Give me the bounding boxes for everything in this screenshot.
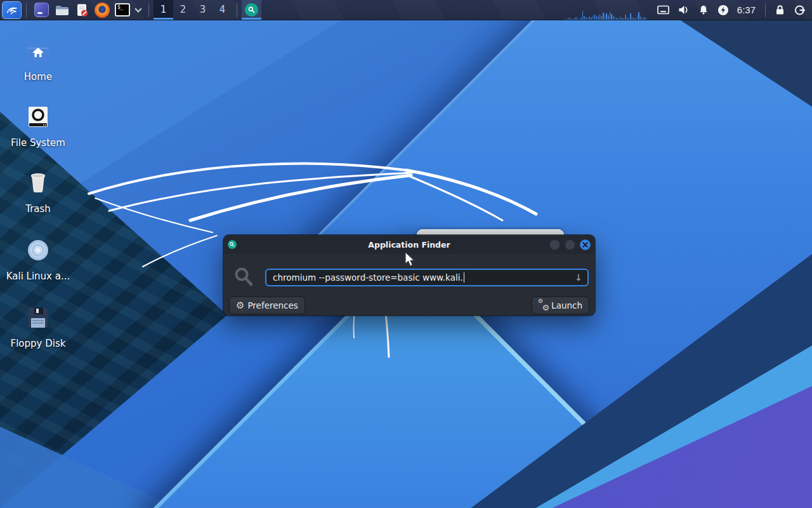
workspace-2-button[interactable]: 2 xyxy=(173,0,193,20)
workspace-4-button[interactable]: 4 xyxy=(213,0,232,20)
application-finder-window: Application Finder chromium --password-s… xyxy=(223,235,595,316)
desktop-icon-home[interactable]: Home xyxy=(5,36,71,83)
command-input-value: chromium --password-store=basic www.kali… xyxy=(273,272,463,283)
window-title: Application Finder xyxy=(223,240,595,250)
panel-separator xyxy=(765,3,766,17)
desktop-icon-label: File System xyxy=(11,137,65,149)
document-edit-icon xyxy=(74,3,89,18)
workspace-1-button[interactable]: 1 xyxy=(154,0,173,20)
bell-icon xyxy=(698,5,709,15)
folder-icon xyxy=(54,3,69,18)
desktop-icon-label: Trash xyxy=(25,203,51,215)
panel-separator xyxy=(148,3,149,17)
desktop-icon-floppy[interactable]: Floppy Disk xyxy=(5,302,71,349)
spacer xyxy=(305,297,532,314)
panel-separator xyxy=(26,3,27,17)
lock-screen-button[interactable] xyxy=(775,4,785,15)
applications-menu-button[interactable] xyxy=(2,1,22,19)
dropdown-arrow-icon[interactable]: ↓ xyxy=(575,272,582,283)
file-system-drive-icon xyxy=(23,102,53,132)
terminal-launcher[interactable]: $_ xyxy=(113,1,132,20)
command-input[interactable]: chromium --password-store=basic www.kali… xyxy=(265,269,589,286)
application-finder-icon xyxy=(245,3,258,17)
floppy-disk-icon xyxy=(23,302,53,333)
launch-label: Launch xyxy=(551,300,582,311)
search-icon xyxy=(223,267,265,288)
workspace-pager: 1 2 3 4 xyxy=(154,0,232,20)
panel-left: $_ 1 2 3 4 xyxy=(0,0,261,20)
optical-disc-icon xyxy=(23,235,53,265)
power-manager-button[interactable] xyxy=(717,4,729,16)
text-caret xyxy=(464,272,464,283)
desktop-icon-file-system[interactable]: File System xyxy=(5,102,71,149)
keyboard-icon xyxy=(657,5,669,15)
panel-separator xyxy=(237,3,237,17)
application-finder-icon xyxy=(228,240,237,249)
firefox-launcher[interactable] xyxy=(93,1,112,20)
desktop-icon-label: Floppy Disk xyxy=(11,338,66,349)
system-tray: 6:37 xyxy=(565,0,812,20)
file-manager-launcher[interactable] xyxy=(52,1,71,20)
desktop-settings-launcher[interactable] xyxy=(32,1,51,20)
taskbar-application-finder-button[interactable] xyxy=(242,0,261,20)
terminal-dropdown-button[interactable] xyxy=(133,1,143,20)
desktop-icon-trash[interactable]: Trash xyxy=(5,168,71,215)
speaker-icon xyxy=(678,5,690,15)
clock[interactable]: 6:37 xyxy=(737,4,756,15)
close-icon xyxy=(582,242,588,248)
gear-icon: ⚙ xyxy=(236,301,244,311)
logout-button[interactable] xyxy=(794,4,806,16)
logout-icon xyxy=(794,4,806,16)
desktop-icon-kali-cd[interactable]: Kali Linux a... xyxy=(5,235,71,282)
terminal-icon: $_ xyxy=(115,3,130,17)
trash-can-icon xyxy=(23,168,53,198)
finder-button-row: ⚙ Preferences ⚙ ⚙ Launch xyxy=(223,297,595,314)
workspace-3-button[interactable]: 3 xyxy=(193,0,213,20)
run-gears-icon: ⚙ ⚙ xyxy=(539,300,548,311)
preferences-button[interactable]: ⚙ Preferences xyxy=(229,297,305,314)
notifications-button[interactable] xyxy=(698,5,709,15)
finder-titlebar[interactable]: Application Finder xyxy=(223,235,595,254)
launch-button[interactable]: ⚙ ⚙ Launch xyxy=(532,297,589,314)
chevron-down-icon xyxy=(134,5,141,12)
home-folder-icon xyxy=(23,36,53,66)
firefox-icon xyxy=(95,3,110,18)
text-editor-launcher[interactable] xyxy=(72,1,91,20)
desktop-icon-label: Kali Linux a... xyxy=(6,271,70,282)
maximize-button[interactable] xyxy=(565,239,575,250)
window-icon xyxy=(34,3,49,17)
network-monitor-graph[interactable] xyxy=(565,0,646,20)
kali-logo-icon xyxy=(5,3,19,17)
window-controls xyxy=(549,239,591,250)
close-button[interactable] xyxy=(580,239,591,250)
finder-search-row: chromium --password-store=basic www.kali… xyxy=(223,267,595,288)
volume-button[interactable] xyxy=(678,5,690,15)
minimize-button[interactable] xyxy=(549,239,560,250)
keyboard-layout-button[interactable] xyxy=(657,5,669,15)
top-panel: $_ 1 2 3 4 xyxy=(0,0,812,20)
lock-icon xyxy=(775,4,785,15)
power-bolt-icon xyxy=(717,4,729,16)
preferences-label: Preferences xyxy=(247,300,298,311)
desktop-icon-label: Home xyxy=(24,71,52,83)
